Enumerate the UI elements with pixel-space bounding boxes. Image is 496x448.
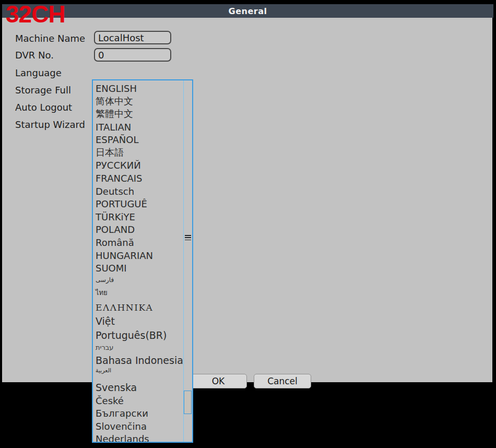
cancel-button[interactable]: Cancel xyxy=(254,374,311,388)
language-label: Language xyxy=(15,66,62,79)
list-item[interactable]: POLAND xyxy=(93,223,183,237)
machine-name-label: Machine Name xyxy=(15,31,85,45)
list-item[interactable]: FRANCAIS xyxy=(93,172,183,185)
list-item[interactable]: PORTUGUÊ xyxy=(93,197,183,210)
list-item[interactable]: Português(BR) xyxy=(93,328,183,342)
list-item[interactable]: 日本語 xyxy=(93,146,183,159)
list-item[interactable]: ITALIAN xyxy=(93,121,183,134)
list-item[interactable]: HUNGARIAN xyxy=(93,249,183,262)
scrollbar-grip-icon[interactable] xyxy=(185,235,191,240)
list-item[interactable]: České xyxy=(93,394,183,407)
list-item[interactable]: العربية xyxy=(93,367,183,376)
list-item[interactable]: РУССКИЙ xyxy=(93,159,183,172)
ok-button[interactable]: OK xyxy=(190,374,247,388)
storage-full-label: Storage Full xyxy=(15,83,71,97)
list-item[interactable]: SUOMI xyxy=(93,262,183,275)
window-title: General xyxy=(229,6,267,16)
list-item[interactable]: Deutsch xyxy=(93,185,183,198)
dvr-no-label: DVR No. xyxy=(15,48,54,62)
scrollbar-thumb[interactable] xyxy=(184,391,192,414)
machine-name-value: LocalHost xyxy=(98,32,144,43)
list-item[interactable]: ENGLISH xyxy=(93,82,183,95)
language-dropdown: ENGLISH简体中文繁體中文ITALIANESPAÑOL日本語РУССКИЙF… xyxy=(92,79,193,443)
machine-name-input[interactable]: LocalHost xyxy=(94,31,171,44)
list-item[interactable]: Svenska xyxy=(93,376,183,394)
startup-wizard-label: Startup Wizard xyxy=(15,117,85,131)
language-list: ENGLISH简体中文繁體中文ITALIANESPAÑOL日本語РУССКИЙF… xyxy=(93,80,183,442)
list-item[interactable]: Български xyxy=(93,407,183,420)
list-item[interactable]: ไทย xyxy=(93,285,183,301)
list-item[interactable]: فارسى xyxy=(93,275,183,285)
dvr-no-value: 0 xyxy=(98,50,104,61)
dropdown-scrollbar[interactable] xyxy=(183,80,192,442)
channel-count-badge: 32CH xyxy=(6,1,65,28)
list-item[interactable]: Română xyxy=(93,236,183,249)
list-item[interactable]: Việt xyxy=(93,314,183,328)
auto-logout-label: Auto Logout xyxy=(15,100,72,114)
titlebar: General xyxy=(2,4,493,18)
list-item[interactable]: עברית xyxy=(93,342,183,353)
list-item[interactable]: Nederlands xyxy=(93,433,183,442)
settings-panel: Machine Name DVR No. Language Storage Fu… xyxy=(2,18,492,382)
list-item[interactable]: ESPAÑOL xyxy=(93,133,183,146)
list-item[interactable]: 简体中文 xyxy=(93,95,183,108)
list-item[interactable]: Slovenčina xyxy=(93,420,183,433)
list-item[interactable]: Bahasa Indonesia xyxy=(93,353,183,367)
screen: { "overlay": { "badge": "32CH" }, "title… xyxy=(0,0,496,448)
dvr-no-input[interactable]: 0 xyxy=(94,48,171,62)
list-item[interactable]: ΕΛΛΗΝΙΚΑ xyxy=(93,301,183,314)
list-item[interactable]: 繁體中文 xyxy=(93,108,183,121)
list-item[interactable]: TÜRKiYE xyxy=(93,210,183,223)
